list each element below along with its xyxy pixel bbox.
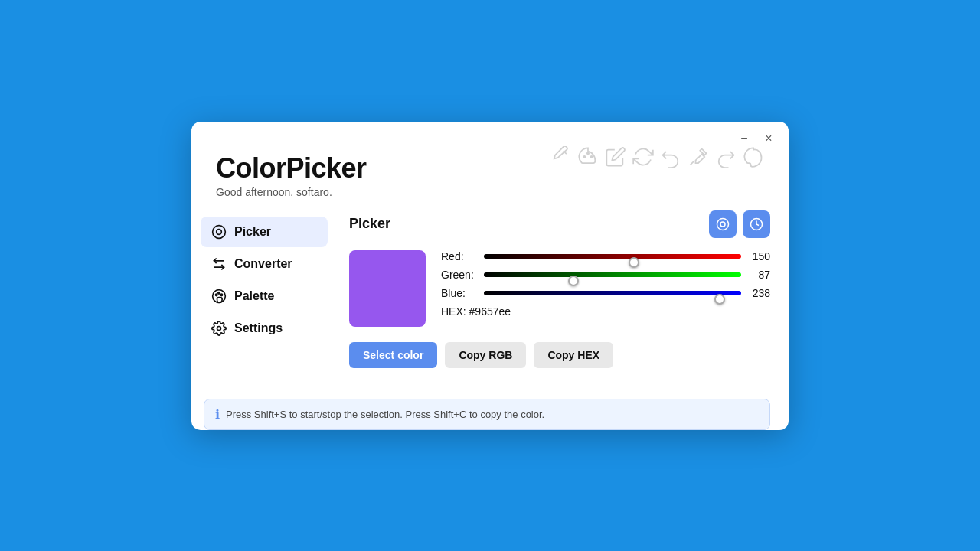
copy-rgb-button[interactable]: Copy RGB	[445, 342, 526, 368]
select-color-button[interactable]: Select color	[349, 342, 437, 368]
sidebar-item-picker[interactable]: Picker	[201, 217, 328, 247]
red-track	[484, 254, 741, 259]
picker-icon	[211, 224, 227, 240]
green-slider-row: Green: 87	[441, 269, 770, 281]
action-buttons: Select color Copy RGB Copy HEX	[349, 342, 770, 368]
hex-value: HEX: #9657ee	[441, 305, 770, 318]
app-subtitle: Good afternoon, softaro.	[216, 186, 764, 198]
sidebar-item-palette[interactable]: Palette	[201, 281, 328, 311]
header: ColorPicker Good afternoon, softaro.	[191, 146, 789, 210]
red-value: 150	[747, 250, 770, 262]
main-actions	[709, 210, 770, 238]
blue-track	[484, 291, 741, 295]
svg-point-4	[215, 294, 217, 296]
redo-icon	[715, 146, 737, 168]
svg-point-2	[591, 155, 593, 157]
minimize-button[interactable]: −	[737, 131, 752, 146]
info-text: Press Shift+S to start/stop the selectio…	[226, 409, 544, 420]
picker-content: Red: 150 Green: 87	[349, 250, 770, 327]
sidebar-item-converter[interactable]: Converter	[201, 249, 328, 279]
pen-icon	[688, 146, 709, 168]
sidebar: Picker Converter Palette	[191, 210, 337, 368]
settings-icon	[211, 321, 227, 336]
pencil-icon-1	[550, 146, 571, 168]
app-window: − × ColorPicker Good afternoon, softaro.	[191, 122, 789, 430]
svg-point-0	[583, 155, 585, 157]
sliders-panel: Red: 150 Green: 87	[441, 250, 770, 318]
main-title: Picker	[349, 216, 390, 232]
main-header: Picker	[349, 210, 770, 238]
content-area: Picker Converter Palette	[191, 210, 789, 386]
svg-point-6	[220, 294, 223, 296]
red-label: Red:	[441, 250, 478, 262]
clock-icon	[750, 217, 763, 231]
palette-icon-1	[577, 146, 599, 168]
palette-icon-2	[743, 146, 764, 168]
blue-slider[interactable]	[484, 297, 741, 302]
refresh-icon	[632, 146, 654, 168]
picker-label: Picker	[234, 225, 271, 239]
color-preview	[349, 250, 426, 327]
info-bar: ℹ Press Shift+S to start/stop the select…	[204, 399, 770, 430]
sidebar-item-settings[interactable]: Settings	[201, 313, 328, 344]
pick-action-button[interactable]	[709, 210, 737, 238]
green-slider[interactable]	[484, 279, 741, 283]
settings-label: Settings	[234, 321, 283, 335]
eyedropper-icon	[716, 217, 730, 231]
palette-label: Palette	[234, 289, 274, 303]
green-value: 87	[747, 269, 770, 281]
svg-point-5	[218, 292, 220, 294]
converter-label: Converter	[234, 257, 292, 271]
blue-label: Blue:	[441, 287, 478, 299]
blue-slider-row: Blue: 238	[441, 287, 770, 299]
blue-value: 238	[747, 287, 770, 299]
green-label: Green:	[441, 269, 478, 281]
close-button[interactable]: ×	[761, 131, 776, 146]
red-slider-row: Red: 150	[441, 250, 770, 262]
header-decorations	[550, 146, 764, 168]
info-icon: ℹ	[215, 407, 220, 422]
svg-point-1	[587, 152, 589, 154]
copy-hex-button[interactable]: Copy HEX	[534, 342, 613, 368]
converter-icon	[211, 256, 227, 272]
history-button[interactable]	[743, 210, 770, 238]
palette-nav-icon	[211, 289, 227, 304]
red-slider[interactable]	[484, 260, 741, 265]
svg-point-7	[217, 326, 221, 330]
green-track	[484, 272, 741, 277]
title-bar: − ×	[191, 122, 789, 146]
main-panel: Picker	[337, 210, 789, 368]
undo-icon	[660, 146, 681, 168]
pencil-icon-2	[605, 146, 626, 168]
